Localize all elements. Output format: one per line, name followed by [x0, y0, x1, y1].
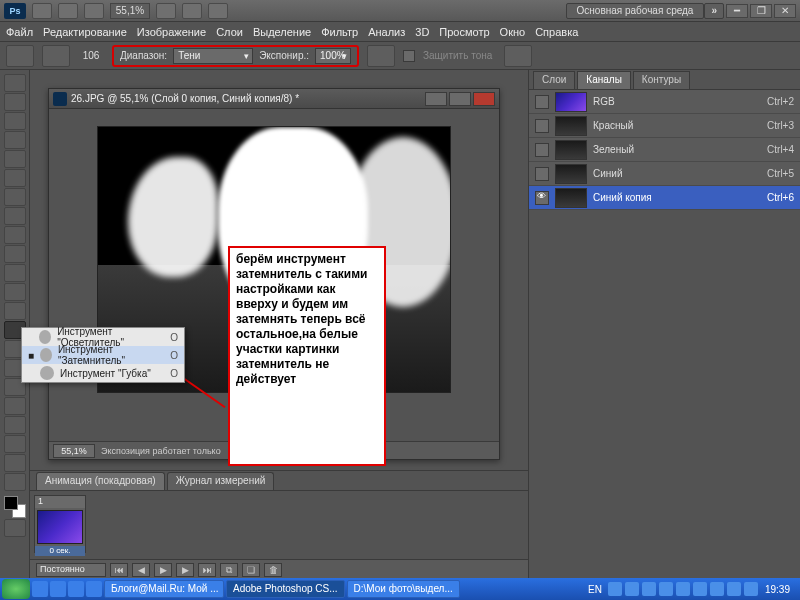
tool-preset-icon[interactable]: [6, 45, 34, 67]
flyout-sponge[interactable]: Инструмент "Губка" O: [22, 364, 184, 382]
tray-icon[interactable]: [710, 582, 724, 596]
3d-tool-icon[interactable]: [4, 416, 26, 434]
move-tool-icon[interactable]: [4, 74, 26, 92]
blur-tool-icon[interactable]: [4, 302, 26, 320]
last-frame-icon[interactable]: ⏭: [198, 563, 216, 577]
gradient-tool-icon[interactable]: [4, 283, 26, 301]
tab-paths[interactable]: Контуры: [633, 71, 690, 89]
clock[interactable]: 19:39: [761, 584, 794, 595]
channel-red[interactable]: Красный Ctrl+3: [529, 114, 800, 138]
app-maximize-icon[interactable]: ❐: [750, 4, 772, 18]
history-brush-tool-icon[interactable]: [4, 245, 26, 263]
rotate-icon[interactable]: [182, 3, 202, 19]
hand-tool-icon[interactable]: [4, 454, 26, 472]
doc-minimize-icon[interactable]: [425, 92, 447, 106]
quicklaunch-icon[interactable]: [50, 581, 66, 597]
workspace-more-icon[interactable]: »: [704, 3, 724, 19]
menu-filter[interactable]: Фильтр: [321, 26, 358, 38]
eyedropper-tool-icon[interactable]: [4, 169, 26, 187]
visibility-icon[interactable]: [535, 143, 549, 157]
animation-frame[interactable]: 1 0 сек.: [34, 495, 86, 553]
taskbar-app[interactable]: Adobe Photoshop CS...: [226, 580, 345, 598]
menu-select[interactable]: Выделение: [253, 26, 311, 38]
tab-animation[interactable]: Анимация (покадровая): [36, 472, 165, 490]
app-minimize-icon[interactable]: ━: [726, 4, 748, 18]
protect-checkbox[interactable]: [403, 50, 415, 62]
next-frame-icon[interactable]: ▶: [176, 563, 194, 577]
hand-icon[interactable]: [156, 3, 176, 19]
layout-icon[interactable]: [58, 3, 78, 19]
quickmask-icon[interactable]: [4, 519, 26, 537]
menu-analysis[interactable]: Анализ: [368, 26, 405, 38]
menu-help[interactable]: Справка: [535, 26, 578, 38]
tray-icon[interactable]: [744, 582, 758, 596]
menu-window[interactable]: Окно: [500, 26, 526, 38]
new-frame-icon[interactable]: ❏: [242, 563, 260, 577]
frame-time[interactable]: 0 сек.: [35, 546, 85, 556]
tab-channels[interactable]: Каналы: [577, 71, 631, 89]
visibility-icon[interactable]: [535, 119, 549, 133]
menu-layers[interactable]: Слои: [216, 26, 243, 38]
launcher-icon[interactable]: [32, 3, 52, 19]
wand-tool-icon[interactable]: [4, 131, 26, 149]
menu-3d[interactable]: 3D: [415, 26, 429, 38]
tray-icon[interactable]: [727, 582, 741, 596]
visibility-icon[interactable]: [535, 167, 549, 181]
tray-icon[interactable]: [642, 582, 656, 596]
tween-icon[interactable]: ⧉: [220, 563, 238, 577]
delete-frame-icon[interactable]: 🗑: [264, 563, 282, 577]
channel-rgb[interactable]: RGB Ctrl+2: [529, 90, 800, 114]
crop-tool-icon[interactable]: [4, 150, 26, 168]
taskbar-app[interactable]: Блоги@Mail.Ru: Мой ...: [104, 580, 224, 598]
taskbar-app[interactable]: D:\Мои фото\выдел...: [347, 580, 460, 598]
quicklaunch-icon[interactable]: [68, 581, 84, 597]
tray-icon[interactable]: [693, 582, 707, 596]
menu-image[interactable]: Изображение: [137, 26, 206, 38]
screen-mode-icon[interactable]: [84, 3, 104, 19]
shape-tool-icon[interactable]: [4, 397, 26, 415]
menu-file[interactable]: Файл: [6, 26, 33, 38]
color-swatches[interactable]: [4, 496, 26, 518]
first-frame-icon[interactable]: ⏮: [110, 563, 128, 577]
marquee-tool-icon[interactable]: [4, 93, 26, 111]
visibility-icon[interactable]: [535, 191, 549, 205]
menu-edit[interactable]: Редактирование: [43, 26, 127, 38]
brush-tool-icon[interactable]: [4, 207, 26, 225]
flyout-burn[interactable]: ■ Инструмент "Затемнитель" O: [22, 346, 184, 364]
document-titlebar[interactable]: 26.JPG @ 55,1% (Слой 0 копия, Синий копи…: [49, 89, 499, 109]
title-zoom[interactable]: 55,1%: [110, 3, 150, 19]
eraser-tool-icon[interactable]: [4, 264, 26, 282]
airbrush-icon[interactable]: [367, 45, 395, 67]
loop-select[interactable]: Постоянно: [36, 563, 106, 577]
channel-green[interactable]: Зеленый Ctrl+4: [529, 138, 800, 162]
quicklaunch-icon[interactable]: [32, 581, 48, 597]
brush-preview-icon[interactable]: [42, 45, 70, 67]
tray-icon[interactable]: [676, 582, 690, 596]
tablet-icon[interactable]: [504, 45, 532, 67]
doc-maximize-icon[interactable]: [449, 92, 471, 106]
arrange-icon[interactable]: [208, 3, 228, 19]
play-icon[interactable]: ▶: [154, 563, 172, 577]
channel-blue[interactable]: Синий Ctrl+5: [529, 162, 800, 186]
quicklaunch-icon[interactable]: [86, 581, 102, 597]
prev-frame-icon[interactable]: ◀: [132, 563, 150, 577]
app-close-icon[interactable]: ✕: [774, 4, 796, 18]
language-indicator[interactable]: EN: [585, 584, 605, 595]
channel-blue-copy[interactable]: Синий копия Ctrl+6: [529, 186, 800, 210]
zoom-tool-icon[interactable]: [4, 473, 26, 491]
exposure-input[interactable]: 100%: [315, 48, 351, 64]
tray-icon[interactable]: [608, 582, 622, 596]
tab-measurements[interactable]: Журнал измерений: [167, 472, 275, 490]
visibility-icon[interactable]: [535, 95, 549, 109]
start-button-icon[interactable]: [2, 579, 30, 599]
lasso-tool-icon[interactable]: [4, 112, 26, 130]
stamp-tool-icon[interactable]: [4, 226, 26, 244]
tray-icon[interactable]: [625, 582, 639, 596]
workspace-button[interactable]: Основная рабочая среда: [566, 3, 705, 19]
range-select[interactable]: Тени: [173, 48, 253, 64]
doc-close-icon[interactable]: [473, 92, 495, 106]
tray-icon[interactable]: [659, 582, 673, 596]
doc-zoom[interactable]: 55,1%: [53, 444, 95, 458]
camera-tool-icon[interactable]: [4, 435, 26, 453]
heal-tool-icon[interactable]: [4, 188, 26, 206]
